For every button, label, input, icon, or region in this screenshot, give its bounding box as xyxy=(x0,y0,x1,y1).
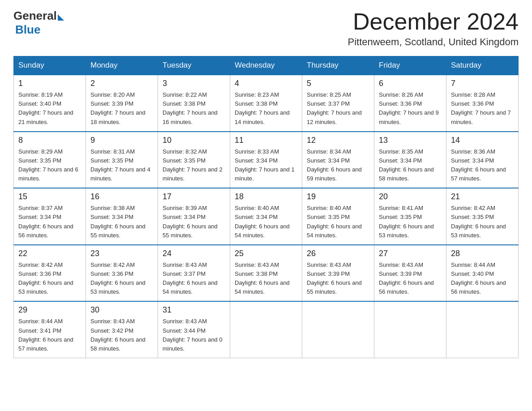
day-number: 21 xyxy=(451,192,514,201)
day-info: Sunrise: 8:20 AM Sunset: 3:39 PM Dayligh… xyxy=(90,90,153,127)
header-friday: Friday xyxy=(374,56,446,75)
day-info: Sunrise: 8:34 AM Sunset: 3:34 PM Dayligh… xyxy=(307,147,369,184)
calendar-cell: 19 Sunrise: 8:40 AM Sunset: 3:35 PM Dayl… xyxy=(302,188,374,245)
day-number: 24 xyxy=(163,249,225,258)
week-row-1: 1 Sunrise: 8:19 AM Sunset: 3:40 PM Dayli… xyxy=(14,75,519,132)
calendar-cell: 30 Sunrise: 8:43 AM Sunset: 3:42 PM Dayl… xyxy=(86,301,158,358)
calendar-cell: 25 Sunrise: 8:43 AM Sunset: 3:38 PM Dayl… xyxy=(230,245,302,302)
day-info: Sunrise: 8:43 AM Sunset: 3:39 PM Dayligh… xyxy=(379,261,442,297)
calendar-cell: 26 Sunrise: 8:43 AM Sunset: 3:39 PM Dayl… xyxy=(302,245,374,302)
calendar-cell: 11 Sunrise: 8:33 AM Sunset: 3:34 PM Dayl… xyxy=(230,132,302,188)
day-number: 1 xyxy=(18,79,81,88)
day-info: Sunrise: 8:23 AM Sunset: 3:38 PM Dayligh… xyxy=(235,90,297,127)
calendar-cell: 21 Sunrise: 8:42 AM Sunset: 3:35 PM Dayl… xyxy=(446,188,519,245)
day-info: Sunrise: 8:35 AM Sunset: 3:34 PM Dayligh… xyxy=(379,147,442,184)
calendar-cell: 6 Sunrise: 8:26 AM Sunset: 3:36 PM Dayli… xyxy=(374,75,446,132)
month-title: December 2024 xyxy=(348,9,519,34)
week-row-2: 8 Sunrise: 8:29 AM Sunset: 3:35 PM Dayli… xyxy=(14,132,519,188)
day-info: Sunrise: 8:37 AM Sunset: 3:34 PM Dayligh… xyxy=(18,204,81,240)
calendar-cell: 28 Sunrise: 8:44 AM Sunset: 3:40 PM Dayl… xyxy=(446,245,519,302)
calendar-cell: 7 Sunrise: 8:28 AM Sunset: 3:36 PM Dayli… xyxy=(446,75,519,132)
calendar-cell: 18 Sunrise: 8:40 AM Sunset: 3:34 PM Dayl… xyxy=(230,188,302,245)
header-thursday: Thursday xyxy=(302,56,374,75)
day-info: Sunrise: 8:19 AM Sunset: 3:40 PM Dayligh… xyxy=(18,90,81,127)
calendar-cell xyxy=(374,301,446,358)
day-number: 17 xyxy=(163,192,225,201)
calendar-cell xyxy=(446,301,519,358)
day-info: Sunrise: 8:33 AM Sunset: 3:34 PM Dayligh… xyxy=(235,147,297,184)
day-number: 12 xyxy=(307,136,369,145)
calendar-cell: 20 Sunrise: 8:41 AM Sunset: 3:35 PM Dayl… xyxy=(374,188,446,245)
calendar-cell: 8 Sunrise: 8:29 AM Sunset: 3:35 PM Dayli… xyxy=(14,132,86,188)
calendar-cell: 12 Sunrise: 8:34 AM Sunset: 3:34 PM Dayl… xyxy=(302,132,374,188)
day-number: 6 xyxy=(379,79,442,88)
day-number: 26 xyxy=(307,249,369,258)
day-info: Sunrise: 8:28 AM Sunset: 3:36 PM Dayligh… xyxy=(451,90,514,127)
day-info: Sunrise: 8:44 AM Sunset: 3:40 PM Dayligh… xyxy=(451,261,514,297)
day-number: 14 xyxy=(451,136,514,145)
day-number: 31 xyxy=(163,305,225,315)
day-info: Sunrise: 8:36 AM Sunset: 3:34 PM Dayligh… xyxy=(451,147,514,184)
week-row-4: 22 Sunrise: 8:42 AM Sunset: 3:36 PM Dayl… xyxy=(14,245,519,302)
day-number: 15 xyxy=(18,192,81,201)
day-info: Sunrise: 8:43 AM Sunset: 3:38 PM Dayligh… xyxy=(235,261,297,297)
calendar-cell xyxy=(230,301,302,358)
header-monday: Monday xyxy=(86,56,158,75)
day-number: 5 xyxy=(307,79,369,88)
calendar-cell: 1 Sunrise: 8:19 AM Sunset: 3:40 PM Dayli… xyxy=(14,75,86,132)
day-number: 3 xyxy=(163,79,225,88)
day-number: 29 xyxy=(18,305,81,315)
header-tuesday: Tuesday xyxy=(158,56,230,75)
calendar-cell xyxy=(302,301,374,358)
day-info: Sunrise: 8:42 AM Sunset: 3:36 PM Dayligh… xyxy=(90,261,153,297)
day-info: Sunrise: 8:29 AM Sunset: 3:35 PM Dayligh… xyxy=(18,147,81,184)
calendar-cell: 3 Sunrise: 8:22 AM Sunset: 3:38 PM Dayli… xyxy=(158,75,230,132)
day-number: 25 xyxy=(235,249,297,258)
day-number: 11 xyxy=(235,136,297,145)
day-info: Sunrise: 8:43 AM Sunset: 3:39 PM Dayligh… xyxy=(307,261,369,297)
day-number: 10 xyxy=(163,136,225,145)
day-number: 28 xyxy=(451,249,514,258)
week-row-5: 29 Sunrise: 8:44 AM Sunset: 3:41 PM Dayl… xyxy=(14,301,519,358)
day-number: 22 xyxy=(18,249,81,258)
day-info: Sunrise: 8:40 AM Sunset: 3:35 PM Dayligh… xyxy=(307,204,369,240)
day-info: Sunrise: 8:39 AM Sunset: 3:34 PM Dayligh… xyxy=(163,204,225,240)
calendar-cell: 9 Sunrise: 8:31 AM Sunset: 3:35 PM Dayli… xyxy=(86,132,158,188)
header-wednesday: Wednesday xyxy=(230,56,302,75)
logo-triangle-icon xyxy=(58,14,64,21)
day-number: 9 xyxy=(90,136,153,145)
calendar-cell: 16 Sunrise: 8:38 AM Sunset: 3:34 PM Dayl… xyxy=(86,188,158,245)
calendar-cell: 22 Sunrise: 8:42 AM Sunset: 3:36 PM Dayl… xyxy=(14,245,86,302)
calendar-cell: 27 Sunrise: 8:43 AM Sunset: 3:39 PM Dayl… xyxy=(374,245,446,302)
calendar-cell: 13 Sunrise: 8:35 AM Sunset: 3:34 PM Dayl… xyxy=(374,132,446,188)
day-info: Sunrise: 8:44 AM Sunset: 3:41 PM Dayligh… xyxy=(18,317,81,353)
day-number: 27 xyxy=(379,249,442,258)
header-row: Sunday Monday Tuesday Wednesday Thursday… xyxy=(14,56,519,75)
day-info: Sunrise: 8:31 AM Sunset: 3:35 PM Dayligh… xyxy=(90,147,153,184)
calendar-cell: 23 Sunrise: 8:42 AM Sunset: 3:36 PM Dayl… xyxy=(86,245,158,302)
day-number: 4 xyxy=(235,79,297,88)
day-info: Sunrise: 8:41 AM Sunset: 3:35 PM Dayligh… xyxy=(379,204,442,240)
day-info: Sunrise: 8:43 AM Sunset: 3:37 PM Dayligh… xyxy=(163,261,225,297)
day-number: 8 xyxy=(18,136,81,145)
day-info: Sunrise: 8:32 AM Sunset: 3:35 PM Dayligh… xyxy=(163,147,225,184)
header-sunday: Sunday xyxy=(14,56,86,75)
day-info: Sunrise: 8:38 AM Sunset: 3:34 PM Dayligh… xyxy=(90,204,153,240)
day-number: 18 xyxy=(235,192,297,201)
week-row-3: 15 Sunrise: 8:37 AM Sunset: 3:34 PM Dayl… xyxy=(14,188,519,245)
day-number: 30 xyxy=(90,305,153,315)
day-info: Sunrise: 8:25 AM Sunset: 3:37 PM Dayligh… xyxy=(307,90,369,127)
calendar-cell: 31 Sunrise: 8:43 AM Sunset: 3:44 PM Dayl… xyxy=(158,301,230,358)
day-number: 20 xyxy=(379,192,442,201)
logo: General Blue xyxy=(13,9,64,37)
logo-general-text: General xyxy=(13,9,57,23)
day-info: Sunrise: 8:26 AM Sunset: 3:36 PM Dayligh… xyxy=(379,90,442,127)
header-saturday: Saturday xyxy=(446,56,519,75)
day-number: 16 xyxy=(90,192,153,201)
day-number: 7 xyxy=(451,79,514,88)
day-info: Sunrise: 8:43 AM Sunset: 3:44 PM Dayligh… xyxy=(163,317,225,353)
day-number: 2 xyxy=(90,79,153,88)
calendar-cell: 24 Sunrise: 8:43 AM Sunset: 3:37 PM Dayl… xyxy=(158,245,230,302)
calendar-cell: 10 Sunrise: 8:32 AM Sunset: 3:35 PM Dayl… xyxy=(158,132,230,188)
day-info: Sunrise: 8:40 AM Sunset: 3:34 PM Dayligh… xyxy=(235,204,297,240)
